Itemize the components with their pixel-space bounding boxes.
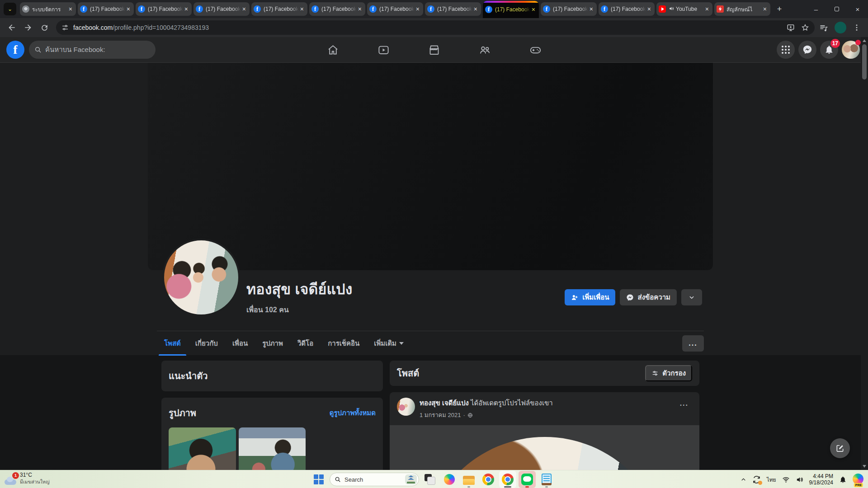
language-indicator[interactable]: ไทย	[767, 475, 776, 484]
chrome-icon	[502, 474, 514, 485]
tab-close-icon[interactable]: ×	[704, 6, 710, 12]
scrollbar-thumb[interactable]	[862, 44, 867, 80]
nav-groups-button[interactable]	[459, 37, 510, 62]
notifications-button[interactable]: 17	[820, 41, 838, 59]
tab-close-icon[interactable]: ×	[762, 6, 768, 12]
facebook-search-input[interactable]: ค้นหาบน Facebook:	[29, 41, 156, 59]
browser-tab[interactable]: (17) Facebook ×	[251, 2, 307, 16]
nav-marketplace-button[interactable]	[409, 37, 459, 62]
nav-home-button[interactable]	[307, 37, 358, 62]
file-explorer-button[interactable]	[460, 471, 477, 488]
profile-tab[interactable]: รูปภาพ	[255, 331, 290, 356]
post-author[interactable]: ทองสุข เจดีย์แปง	[420, 399, 469, 407]
forward-button[interactable]	[21, 20, 35, 35]
chrome-button[interactable]	[480, 471, 497, 488]
bookmark-star-icon[interactable]	[801, 23, 809, 32]
compose-fab-button[interactable]	[830, 438, 850, 458]
browser-tab[interactable]: YouTube ×	[656, 2, 712, 16]
daily-image-castle-icon[interactable]	[405, 474, 417, 484]
page-scrollbar[interactable]	[861, 37, 868, 470]
minimize-button[interactable]: –	[806, 0, 826, 18]
tab-close-icon[interactable]: ×	[472, 6, 479, 12]
browser-tab[interactable]: (17) Facebook ×	[483, 1, 539, 18]
window-close-button[interactable]: ×	[847, 0, 868, 18]
site-settings-icon[interactable]	[61, 24, 69, 31]
chrome-active-button[interactable]	[499, 471, 516, 488]
scroll-up-arrow[interactable]	[863, 39, 866, 42]
tab-close-icon[interactable]: ×	[241, 6, 247, 12]
profile-picture[interactable]	[162, 239, 240, 316]
browser-tab[interactable]: (17) Facebook ×	[599, 2, 655, 16]
profile-tab[interactable]: เพิ่มเติม	[367, 331, 411, 356]
browser-tab[interactable]: (17) Facebook ×	[367, 2, 423, 16]
task-view-button[interactable]	[421, 471, 439, 488]
reload-button[interactable]	[37, 20, 52, 35]
browser-tab[interactable]: (17) Facebook ×	[541, 2, 597, 16]
profile-more-button[interactable]	[681, 289, 702, 305]
tab-close-icon[interactable]: ×	[183, 6, 189, 12]
wifi-icon[interactable]	[782, 476, 790, 483]
update-sync-icon[interactable]	[752, 475, 761, 484]
tab-close-icon[interactable]: ×	[67, 6, 74, 12]
notepad-button[interactable]	[538, 471, 555, 488]
profile-tab[interactable]: เพื่อน	[225, 331, 255, 356]
cover-photo[interactable]	[148, 62, 713, 270]
profile-tab[interactable]: วิดีโอ	[290, 331, 321, 356]
media-controls-icon[interactable]	[819, 23, 828, 32]
browser-tab[interactable]: ระบบจัดการ ×	[20, 2, 76, 16]
tabs-more-button[interactable]: ...	[682, 335, 704, 352]
facebook-logo[interactable]: f	[6, 41, 24, 59]
posts-filter-button[interactable]: ตัวกรอง	[645, 365, 692, 381]
see-all-photos-link[interactable]: ดูรูปภาพทั้งหมด	[330, 408, 376, 418]
hidden-icons-chevron[interactable]	[741, 477, 746, 483]
nav-gaming-button[interactable]	[510, 37, 561, 62]
copilot-button[interactable]	[441, 471, 458, 488]
notepad-icon	[542, 474, 552, 485]
friends-count[interactable]: เพื่อน 102 คน	[246, 304, 353, 315]
post-author-avatar[interactable]	[397, 398, 415, 416]
tab-close-icon[interactable]: ×	[125, 6, 132, 12]
line-app-button[interactable]	[519, 471, 536, 488]
add-friend-button[interactable]: เพิ่มเพื่อน	[565, 289, 615, 305]
volume-icon[interactable]	[796, 476, 803, 483]
start-button[interactable]	[310, 471, 327, 488]
weather-widget[interactable]: 1 31°C มีเมฆส่วนใหญ่	[4, 472, 50, 486]
browser-tab[interactable]: (17) Facebook ×	[136, 2, 192, 16]
tab-close-icon[interactable]: ×	[588, 6, 594, 12]
tab-close-icon[interactable]: ×	[530, 6, 537, 13]
taskbar-clock[interactable]: 4:44 PM 9/18/2024	[809, 473, 833, 486]
browser-tab[interactable]: สัญลักษณ์ไ ×	[714, 2, 770, 16]
browser-tab[interactable]: (17) Facebook ×	[425, 2, 481, 16]
nav-watch-button[interactable]	[358, 37, 409, 62]
profile-tab[interactable]: เกี่ยวกับ	[188, 331, 225, 356]
install-icon[interactable]	[787, 23, 795, 32]
tab-close-icon[interactable]: ×	[646, 6, 652, 12]
omnibox[interactable]: facebook.com/profile.php?id=100042734983…	[56, 20, 815, 35]
tab-close-icon[interactable]: ×	[299, 6, 305, 12]
account-avatar[interactable]	[842, 41, 860, 59]
clock-date: 9/18/2024	[809, 479, 833, 486]
notification-bell-icon[interactable]	[839, 476, 847, 483]
scroll-down-arrow[interactable]	[863, 465, 866, 468]
profile-tab[interactable]: โพสต์	[157, 331, 188, 356]
profile-tab[interactable]: การเช็คอิน	[321, 331, 367, 356]
copilot-preview-button[interactable]: PRE	[853, 474, 864, 485]
apps-menu-button[interactable]	[777, 41, 795, 59]
browser-tab[interactable]: (17) Facebook ×	[309, 2, 365, 16]
tab-close-icon[interactable]: ×	[357, 6, 363, 12]
maximize-button[interactable]	[826, 0, 847, 18]
browser-tab[interactable]: (17) Facebook ×	[78, 2, 134, 16]
browser-menu-icon[interactable]	[853, 23, 861, 32]
tab-search-button[interactable]: ⌄	[4, 3, 16, 15]
browser-profile-avatar[interactable]	[835, 22, 846, 33]
message-button[interactable]: ส่งข้อความ	[620, 289, 677, 305]
post-menu-button[interactable]: ...	[676, 398, 692, 420]
post-date[interactable]: 1 มกราคม 2021	[420, 410, 461, 420]
tab-close-icon[interactable]: ×	[415, 6, 421, 12]
new-tab-button[interactable]: +	[773, 3, 786, 15]
tab-audio-icon[interactable]	[669, 5, 674, 13]
browser-tab[interactable]: (17) Facebook ×	[193, 2, 250, 16]
back-button[interactable]	[5, 20, 19, 35]
taskbar-search[interactable]: Search	[330, 473, 419, 486]
messenger-button[interactable]	[798, 41, 816, 59]
